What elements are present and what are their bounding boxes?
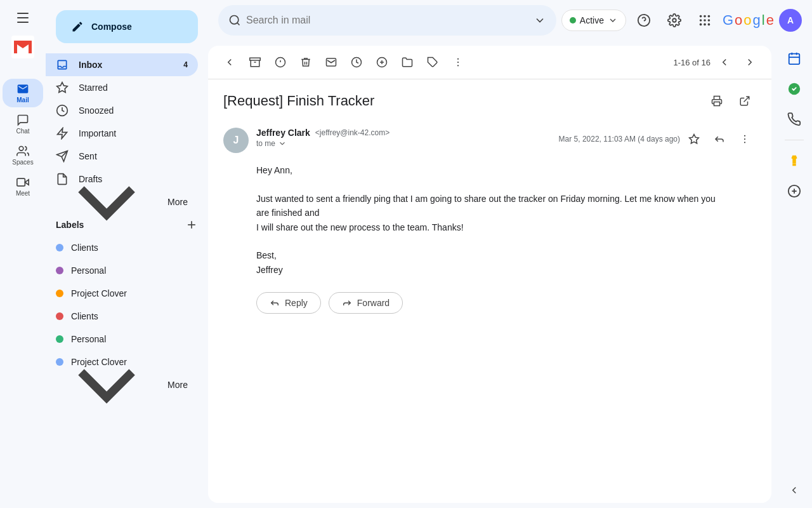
sidebar-item-inbox[interactable]: Inbox 4 xyxy=(46,53,198,76)
status-button[interactable]: Active xyxy=(561,10,626,31)
drafts-label: Drafts xyxy=(79,174,102,184)
delete-button[interactable] xyxy=(294,51,317,74)
label-project-clover1: Project Clover xyxy=(71,288,127,298)
forward-icon xyxy=(342,298,352,308)
contacts-panel-button[interactable] xyxy=(782,107,807,132)
sender-avatar: J xyxy=(223,128,249,153)
svg-rect-4 xyxy=(17,178,25,186)
sender-name: Jeffrey Clark xyxy=(256,128,310,138)
calendar-panel-button[interactable] xyxy=(782,46,807,71)
svg-marker-5 xyxy=(57,83,68,93)
svg-point-21 xyxy=(704,19,706,22)
svg-point-38 xyxy=(457,65,459,66)
tasks-panel-button[interactable] xyxy=(782,76,807,102)
more-nav-item[interactable]: More xyxy=(46,190,198,213)
label-dot xyxy=(56,312,63,320)
meet-nav-label: Meet xyxy=(16,190,30,197)
right-panel xyxy=(776,41,812,508)
prev-email-button[interactable] xyxy=(713,51,736,74)
print-button[interactable] xyxy=(705,90,728,112)
sidebar-item-spaces[interactable]: Spaces xyxy=(3,141,43,170)
spaces-nav-label: Spaces xyxy=(12,159,33,166)
reply-button[interactable]: Reply xyxy=(256,292,321,314)
settings-button[interactable] xyxy=(662,8,687,33)
reply-message-button[interactable] xyxy=(708,128,731,150)
subject-actions xyxy=(705,90,756,112)
search-input[interactable] xyxy=(246,15,528,26)
label-button[interactable] xyxy=(421,51,444,74)
mark-unread-button[interactable] xyxy=(320,51,343,74)
add-task-button[interactable] xyxy=(370,51,393,74)
sidebar-item-chat[interactable]: Chat xyxy=(3,110,43,138)
to-chevron-icon[interactable] xyxy=(278,139,287,148)
next-email-button[interactable] xyxy=(738,51,761,74)
starred-label: Starred xyxy=(79,83,108,93)
message-meta: Jeffrey Clark <jeffrey@ink-42.com> to me xyxy=(256,128,551,148)
topbar: Active xyxy=(208,0,812,41)
svg-point-17 xyxy=(700,15,702,18)
snooze-button[interactable] xyxy=(345,51,368,74)
important-label: Important xyxy=(79,128,116,138)
archive-button[interactable] xyxy=(244,51,266,74)
sidebar-item-meet[interactable]: Meet xyxy=(3,172,43,201)
sidebar-item-mail[interactable]: Mail xyxy=(3,79,43,107)
forward-label: Forward xyxy=(357,298,390,308)
to-line: to me xyxy=(256,139,551,148)
keep-panel-button[interactable] xyxy=(782,148,807,173)
svg-point-18 xyxy=(704,15,706,18)
sidebar-item-snoozed[interactable]: Snoozed xyxy=(46,99,198,122)
svg-marker-7 xyxy=(58,128,67,139)
svg-line-40 xyxy=(744,97,749,102)
gmail-logo xyxy=(11,36,34,58)
label-item-project-clover1[interactable]: Project Clover xyxy=(46,282,198,305)
open-in-new-button[interactable] xyxy=(733,90,756,112)
svg-rect-39 xyxy=(714,102,720,106)
reply-actions: Reply Forward xyxy=(223,287,756,319)
status-dot xyxy=(570,17,576,23)
search-dropdown-icon[interactable] xyxy=(534,14,546,27)
apps-button[interactable] xyxy=(692,8,717,33)
sidebar-item-important[interactable]: Important xyxy=(46,122,198,145)
pagination-text: 1-16 of 16 xyxy=(673,58,710,67)
svg-marker-3 xyxy=(25,180,29,185)
hamburger-button[interactable] xyxy=(10,5,36,30)
email-paragraph1: Just wanted to sent a friendly ping that… xyxy=(256,192,723,220)
forward-button[interactable]: Forward xyxy=(329,292,403,314)
sender-avatar-letter: J xyxy=(233,135,239,146)
compose-button[interactable]: Compose xyxy=(56,10,198,43)
move-to-button[interactable] xyxy=(396,51,419,74)
mini-nav: Mail Chat Spaces Meet xyxy=(0,0,46,508)
reply-icon xyxy=(270,298,280,308)
svg-point-16 xyxy=(672,18,676,22)
label-clients1: Clients xyxy=(71,243,98,253)
sidebar-item-starred[interactable]: Starred xyxy=(46,76,198,99)
more-labels-item[interactable]: More xyxy=(46,373,198,396)
message-more-button[interactable] xyxy=(733,128,756,150)
report-spam-button[interactable] xyxy=(269,51,292,74)
star-message-button[interactable] xyxy=(683,128,705,150)
label-item-personal1[interactable]: Personal xyxy=(46,259,198,282)
email-body-area: [Request] Finish Tracker J xyxy=(208,79,771,503)
svg-point-22 xyxy=(708,19,710,22)
sidebar-item-sent[interactable]: Sent xyxy=(46,145,198,168)
help-button[interactable] xyxy=(631,8,657,33)
email-subject-title: [Request] Finish Tracker xyxy=(223,93,374,109)
add-panel-button[interactable] xyxy=(782,178,807,204)
email-greeting: Hey Ann, xyxy=(256,163,723,177)
status-chevron-icon xyxy=(608,15,618,25)
expand-panel-button[interactable] xyxy=(782,478,807,503)
label-dot xyxy=(56,267,63,274)
svg-point-43 xyxy=(744,138,745,140)
inbox-label: Inbox xyxy=(79,60,102,70)
user-avatar[interactable]: A xyxy=(779,9,802,32)
status-label: Active xyxy=(580,15,604,25)
add-label-icon[interactable] xyxy=(185,218,198,231)
more-options-button[interactable] xyxy=(447,51,469,74)
google-logo: Google xyxy=(723,12,774,29)
snoozed-label: Snoozed xyxy=(79,105,114,116)
svg-line-13 xyxy=(237,23,240,25)
sidebar-item-drafts[interactable]: Drafts xyxy=(46,168,198,190)
email-paragraph2: I will share out the new process to the … xyxy=(256,220,723,234)
back-button[interactable] xyxy=(218,51,241,74)
label-item-clients2[interactable]: Clients xyxy=(46,305,198,328)
